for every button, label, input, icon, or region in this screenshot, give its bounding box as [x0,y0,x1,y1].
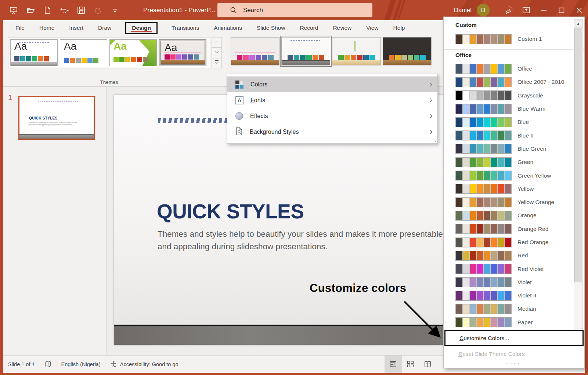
scheme-swatches [455,238,512,247]
variant-blue-selected[interactable] [281,37,330,65]
color-scheme-option[interactable]: Median [444,302,584,315]
color-swatch [463,251,469,260]
color-scheme-option[interactable]: Office [444,62,584,75]
color-scheme-option[interactable]: Blue [444,115,584,129]
color-swatch [491,318,497,327]
spellcheck-icon[interactable] [44,361,52,368]
color-swatch [288,55,293,60]
ribbon-tab[interactable]: View [365,24,379,32]
color-swatch [491,118,497,127]
submenu-scrollbar[interactable]: ▲ ▼ [574,19,583,336]
slide-title[interactable]: QUICK STYLES [157,200,304,223]
ribbon-tab[interactable]: Review [332,24,352,32]
ribbon-tab[interactable]: Help [393,24,406,32]
theme-aa-preview: Aa [113,40,127,52]
color-swatch [165,54,170,60]
color-scheme-option[interactable]: Violet [444,276,584,289]
color-swatch [38,56,43,61]
color-swatch [505,198,511,207]
variant-dark[interactable] [383,37,432,65]
scheme-name: Green [517,159,533,165]
ribbon-tab[interactable]: Insert [68,24,84,32]
color-swatch [491,238,497,247]
color-scheme-option[interactable]: Green [444,156,584,169]
slide-sorter-view-button[interactable] [402,356,419,373]
ribbon-tab[interactable]: File [15,24,25,32]
theme-thumbnail-office[interactable]: Aa [60,39,107,66]
redo-icon [93,6,103,15]
color-scheme-option[interactable]: Yellow Orange [444,196,584,209]
new-file-icon[interactable] [43,6,52,15]
menu-item-fonts[interactable]: A Fonts [227,92,437,108]
ribbon-tab[interactable]: Draw [97,24,112,32]
gallery-scroll-up-button[interactable] [212,37,222,47]
theme-color-strip [64,58,98,63]
variant-green[interactable] [332,37,381,65]
accessibility-status[interactable]: Accessibility: Good to go [110,361,178,368]
customize-colors-button[interactable]: Customize Colors... [444,330,584,346]
annotation-arrow [398,297,446,345]
reading-view-button[interactable] [419,356,436,373]
theme-thumbnail-current[interactable]: Aa [10,39,58,66]
gallery-scroll-down-button[interactable] [212,47,222,58]
color-scheme-option[interactable]: Red Violet [444,262,584,275]
color-swatch [369,55,375,60]
language-indicator[interactable]: English (Nigeria) [61,361,101,367]
save-icon[interactable] [76,6,86,15]
color-swatch [484,291,490,300]
color-scheme-option[interactable]: Red [444,249,584,262]
ribbon-tab[interactable]: Slide Show [256,24,286,32]
scheme-swatches [455,157,512,167]
theme-thumbnail-facet[interactable]: Aa [109,39,157,66]
scheme-name: Paper [517,319,533,326]
scheme-name: Orange [517,212,537,219]
ribbon-tab[interactable]: Design [125,22,158,34]
user-name[interactable]: Daniel [454,7,472,14]
variant-floor [282,60,330,65]
color-swatch [470,278,476,287]
scheme-swatches [455,211,512,221]
themes-gallery-scroll [212,37,222,68]
variant-pink[interactable] [231,37,279,65]
customize-quick-access-icon[interactable] [110,6,120,15]
color-swatch [498,35,504,44]
color-scheme-option[interactable]: Blue Warm [444,102,584,115]
scrollbar-up-button[interactable]: ▲ [574,19,582,28]
color-scheme-option-custom[interactable]: Custom 1 [444,32,584,46]
gallery-more-button[interactable] [212,58,222,68]
scrollbar-thumb[interactable] [574,28,582,282]
undo-icon[interactable] [59,6,69,15]
color-scheme-option[interactable]: Blue Green [444,142,584,156]
color-scheme-option[interactable]: Green Yellow [444,169,584,182]
color-scheme-option[interactable]: Orange [444,209,584,222]
color-scheme-option[interactable]: Grayscale [444,89,584,102]
ribbon-tab[interactable]: Transitions [171,24,200,32]
ribbon-tab[interactable]: Animations [213,24,243,32]
menu-item-background-styles[interactable]: Background Styles [227,124,437,140]
color-scheme-option[interactable]: Office 2007 - 2010 [444,75,584,89]
slide-body-text[interactable]: Themes and styles help to beautify your … [158,228,457,253]
avatar[interactable]: D [477,4,490,17]
color-scheme-option[interactable]: Violet II [444,289,584,302]
normal-view-button[interactable] [385,356,402,373]
color-scheme-option[interactable]: Paper [444,316,584,329]
open-file-icon[interactable] [26,6,35,15]
color-scheme-option[interactable]: Blue II [444,129,584,142]
scheme-name: Yellow [517,186,534,192]
color-scheme-option[interactable]: Red Orange [444,236,584,249]
menu-item-effects[interactable]: Effects [227,108,437,124]
slide-thumbnail[interactable]: QUICK STYLES Themes and styles help to b… [18,96,95,140]
ribbon-tab[interactable]: Home [39,24,55,32]
color-scheme-option[interactable]: Orange Red [444,222,584,236]
theme-thumbnail-gallery[interactable]: Aa [160,41,205,65]
scheme-name: Red [517,252,528,259]
menu-resize-grip[interactable] [433,139,436,142]
slide-indicator[interactable]: Slide 1 of 1 [8,361,35,367]
ribbon-tab[interactable]: Record [299,24,319,32]
color-scheme-option[interactable]: Yellow [444,182,584,196]
search-box[interactable]: Search [217,3,372,17]
menu-item-colors[interactable]: Colors [227,76,437,92]
color-swatch [463,198,469,207]
start-slideshow-icon[interactable] [9,6,18,15]
theme-floor-decoration [161,60,205,64]
